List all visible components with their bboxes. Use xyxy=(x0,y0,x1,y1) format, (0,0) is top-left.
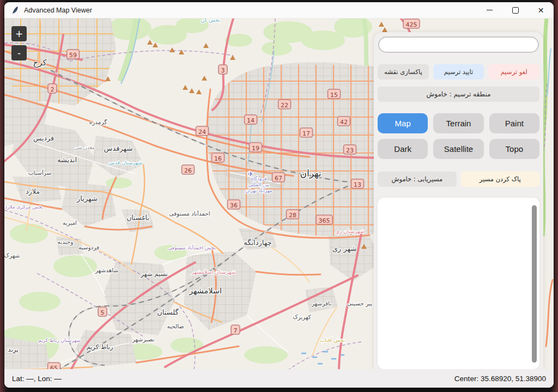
svg-text:425: 425 xyxy=(406,21,417,28)
svg-text:15: 15 xyxy=(330,91,338,99)
window-controls: ✕ xyxy=(477,2,554,18)
map-zoom-in-button[interactable]: + xyxy=(11,26,27,41)
style-topo-button[interactable]: Topo xyxy=(489,139,539,159)
map-label: شهرستان ری xyxy=(335,228,364,234)
map-label: کهریزک xyxy=(293,314,311,321)
svg-text:42: 42 xyxy=(340,119,348,126)
route-badge: 19 xyxy=(250,143,262,152)
cancel-draw-button[interactable]: لغو ترسیم xyxy=(488,64,539,79)
map-label: ✈ xyxy=(248,170,254,178)
svg-text:59: 59 xyxy=(69,52,77,59)
map-label: شهرستان رباط کریم xyxy=(38,338,81,344)
confirm-draw-button[interactable]: تایید ترسیم xyxy=(433,64,484,79)
map-label: بخش احمدآباد مستوفی xyxy=(168,244,215,250)
svg-text:26: 26 xyxy=(184,167,192,174)
close-icon: ✕ xyxy=(538,7,544,14)
map-label: گرمدره xyxy=(89,119,107,126)
map-label: باغستان xyxy=(126,213,149,222)
map-label: شهریار xyxy=(76,194,98,203)
minimize-button[interactable] xyxy=(477,2,502,18)
close-button[interactable]: ✕ xyxy=(528,2,554,18)
route-badge: 7 xyxy=(231,325,240,334)
map-area: کرجگرمدرهفردیسشهرقدسمعدن شنشهرستان قدسان… xyxy=(4,19,554,369)
maximize-button[interactable] xyxy=(502,2,528,18)
route-badge: 13 xyxy=(351,179,364,188)
control-panel: پاکسازی نقشه تایید ترسیم لغو ترسیم منطقه… xyxy=(374,32,543,369)
map-label: شهرستان اسلامشهر xyxy=(191,269,236,275)
route-badge: 67 xyxy=(272,173,285,182)
map-label: کرج xyxy=(33,58,47,68)
map-label: بخش کن xyxy=(201,19,220,23)
map-label: اسلامشهر xyxy=(189,286,222,296)
map-label: نسیم شهر xyxy=(140,270,168,278)
app-window: Advanced Map Viewer ✕ xyxy=(4,2,554,388)
clear-map-button[interactable]: پاکسازی نقشه xyxy=(378,64,429,79)
route-badge: 23 xyxy=(344,145,356,154)
routing-buttons-row: مسیریابی : خاموش پاک کردن مسیر xyxy=(378,171,539,187)
map-label: شاهدشهر xyxy=(95,267,118,274)
style-paint-button[interactable]: Paint xyxy=(489,113,539,133)
map-style-grid: Map Terrain Paint Dark Satellite Topo xyxy=(378,113,539,159)
svg-text:17: 17 xyxy=(302,130,310,137)
route-badge: 59 xyxy=(67,50,80,59)
cursor-coordinates: Lat: —, Lon: — xyxy=(12,375,62,383)
route-badge: 2 xyxy=(48,84,57,93)
svg-text:16: 16 xyxy=(214,155,222,162)
svg-text:3: 3 xyxy=(221,67,225,74)
search-input[interactable] xyxy=(378,36,539,53)
svg-text:28: 28 xyxy=(289,212,296,219)
map-label: صالحیه xyxy=(167,323,184,329)
routing-toggle-button[interactable]: مسیریابی : خاموش xyxy=(378,171,457,187)
map-label: چهاردانگه xyxy=(244,238,271,247)
map-label: شهرستان قدس xyxy=(108,160,142,166)
status-bar: Lat: —, Lon: — Center: 35.68920, 51.3890… xyxy=(4,369,554,388)
route-badge: 5 xyxy=(98,307,107,316)
map-label: امیریه xyxy=(63,219,77,226)
svg-text:22: 22 xyxy=(281,102,288,109)
map-label: وحیدیه xyxy=(58,238,74,246)
map-label: بخش آفتاب xyxy=(320,336,345,343)
map-label: تهران xyxy=(300,168,321,179)
route-badge: 28 xyxy=(287,210,299,219)
style-satellite-button[interactable]: Satellite xyxy=(433,139,483,159)
route-badge: 26 xyxy=(182,165,195,174)
svg-text:5: 5 xyxy=(101,309,105,316)
clear-route-button[interactable]: پاک کردن مسیر xyxy=(461,171,540,187)
route-badge: 14 xyxy=(245,115,257,124)
map-label: اندیشه xyxy=(57,156,77,164)
route-badge: 425 xyxy=(403,19,420,28)
route-badge: 42 xyxy=(338,117,350,126)
route-badge: 65 xyxy=(48,363,60,369)
map-label: احمدآباد مستوفی xyxy=(169,210,210,217)
svg-text:19: 19 xyxy=(252,145,259,152)
map-label: مهرآباد تهران xyxy=(245,187,272,193)
scrollbar-thumb[interactable] xyxy=(532,205,537,363)
maximize-icon xyxy=(512,7,519,14)
style-dark-button[interactable]: Dark xyxy=(378,139,428,159)
svg-text:23: 23 xyxy=(346,147,354,154)
style-terrain-button[interactable]: Terrain xyxy=(433,113,483,133)
style-map-button[interactable]: Map xyxy=(378,113,428,133)
map-label: ملارد xyxy=(26,187,40,196)
map-label: بخش مرکزی ملارد xyxy=(5,204,43,210)
map-label: فردیس xyxy=(33,134,54,143)
route-badge: 22 xyxy=(278,100,291,109)
draw-region-status: منطقه ترسیم : خاموش xyxy=(378,87,539,102)
map-zoom-out-button[interactable]: - xyxy=(11,45,27,60)
route-badge: 365 xyxy=(316,215,332,224)
route-badge: 36 xyxy=(228,200,240,209)
svg-text:13: 13 xyxy=(354,181,361,188)
map-label: فردوسیه xyxy=(78,244,99,251)
route-badge: 17 xyxy=(300,128,313,137)
map-label: شهر ری xyxy=(332,244,357,253)
map-label: پرند xyxy=(8,346,19,354)
svg-text:2: 2 xyxy=(51,86,54,93)
route-badge: 24 xyxy=(196,126,209,136)
map-label: معدن شن xyxy=(74,145,95,150)
title-bar: Advanced Map Viewer ✕ xyxy=(4,2,554,19)
map-center-coordinates: Center: 35.68920, 51.38900 xyxy=(454,375,546,383)
map-label: نصیرشهر xyxy=(132,336,154,343)
map-label: شهرقدس xyxy=(104,144,133,153)
map-label: سرآسیاب xyxy=(28,169,52,176)
draw-buttons-row: پاکسازی نقشه تایید ترسیم لغو ترسیم xyxy=(378,64,539,79)
